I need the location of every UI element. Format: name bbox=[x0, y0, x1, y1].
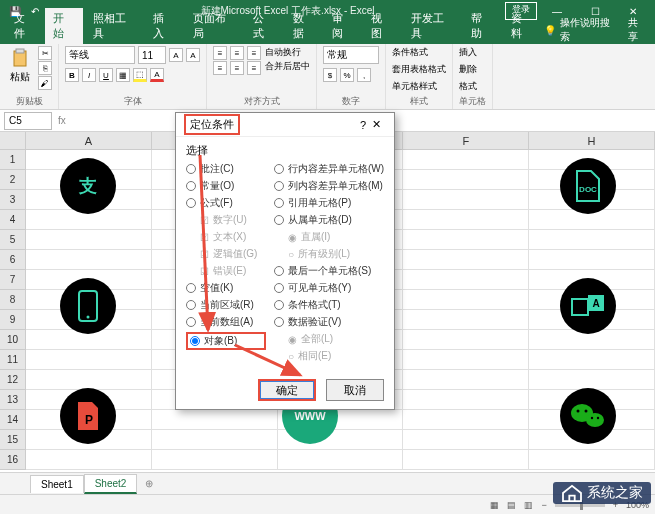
cancel-button[interactable]: 取消 bbox=[326, 379, 384, 401]
group-number: 常规 $ % , 数字 bbox=[317, 44, 386, 109]
opt-coldiff[interactable]: 列内容差异单元格(M) bbox=[274, 179, 384, 193]
grow-font-icon[interactable]: A bbox=[169, 48, 183, 62]
watermark: 系统之家 bbox=[553, 482, 651, 504]
tell-me[interactable]: 💡 操作说明搜索 bbox=[544, 16, 626, 44]
tab-file[interactable]: 文件 bbox=[6, 8, 43, 44]
percent-icon[interactable]: % bbox=[340, 68, 354, 82]
picture-ppt-icon[interactable]: P bbox=[60, 388, 116, 444]
goto-special-dialog: 定位条件 ? ✕ 选择 批注(C) 常量(O) 公式(F) ☑ 数字(U) ☑ … bbox=[175, 112, 395, 410]
col-H[interactable]: H bbox=[529, 132, 655, 149]
bold-button[interactable]: B bbox=[65, 68, 79, 82]
opt-precedents[interactable]: 引用单元格(P) bbox=[274, 196, 384, 210]
format-painter-icon[interactable]: 🖌 bbox=[38, 76, 52, 90]
opt-text: ☑ 文本(X) bbox=[186, 230, 266, 244]
view-normal-icon[interactable]: ▦ bbox=[490, 500, 499, 510]
align-bot-icon[interactable]: ≡ bbox=[247, 46, 261, 60]
ok-button[interactable]: 确定 bbox=[258, 379, 316, 401]
picture-phone-icon[interactable] bbox=[60, 278, 116, 334]
group-clipboard: 粘贴 ✂ ⎘ 🖌 剪贴板 bbox=[0, 44, 59, 109]
svg-point-13 bbox=[591, 417, 593, 419]
fx-icon[interactable]: fx bbox=[52, 115, 72, 126]
opt-alllevels: ○ 所有级别(L) bbox=[274, 247, 384, 261]
align-top-icon[interactable]: ≡ bbox=[213, 46, 227, 60]
group-font: 等线 11 A A B I U ▦ ⬚ A 字体 bbox=[59, 44, 207, 109]
opt-objects[interactable]: 对象(B) bbox=[190, 334, 237, 348]
opt-logical: ☑ 逻辑值(G) bbox=[186, 247, 266, 261]
border-button[interactable]: ▦ bbox=[116, 68, 130, 82]
insert-cells-button[interactable]: 插入 bbox=[459, 46, 477, 59]
picture-wechat-icon[interactable] bbox=[560, 388, 616, 444]
cell-style-button[interactable]: 单元格样式 bbox=[392, 80, 437, 93]
currency-icon[interactable]: $ bbox=[323, 68, 337, 82]
opt-blanks[interactable]: 空值(K) bbox=[186, 281, 266, 295]
sheet-tab-2[interactable]: Sheet2 bbox=[84, 474, 138, 494]
col-F[interactable]: F bbox=[403, 132, 529, 149]
comma-icon[interactable]: , bbox=[357, 68, 371, 82]
new-sheet-button[interactable]: ⊕ bbox=[137, 478, 161, 489]
svg-text:DOC: DOC bbox=[579, 185, 597, 194]
view-break-icon[interactable]: ▥ bbox=[524, 500, 533, 510]
opt-array[interactable]: 当前数组(A) bbox=[186, 315, 266, 329]
font-size-combo[interactable]: 11 bbox=[138, 46, 166, 64]
opt-rowdiff[interactable]: 行内容差异单元格(W) bbox=[274, 162, 384, 176]
share-button[interactable]: 共享 bbox=[628, 16, 655, 44]
dialog-close-button[interactable]: ✕ bbox=[366, 118, 386, 131]
row-headers: 12 34 56 78 910 1112 1314 1516 bbox=[0, 150, 26, 470]
group-align: ≡ ≡ ≡ ≡ ≡ ≡ 自动换行 合并后居中 对齐方式 bbox=[207, 44, 317, 109]
ribbon-tabs: 文件 开始 照相工具 插入 页面布局 公式 数据 审阅 视图 开发工具 帮助 资… bbox=[0, 22, 655, 44]
group-styles: 条件格式 套用表格格式 单元格样式 样式 bbox=[386, 44, 453, 109]
number-format-combo[interactable]: 常规 bbox=[323, 46, 379, 64]
col-A[interactable]: A bbox=[26, 132, 152, 149]
picture-alipay-icon[interactable]: 支 bbox=[60, 158, 116, 214]
underline-button[interactable]: U bbox=[99, 68, 113, 82]
group-cells: 插入 删除 格式 单元格 bbox=[453, 44, 493, 109]
bulb-icon: 💡 bbox=[544, 25, 556, 36]
select-all-corner[interactable] bbox=[0, 132, 26, 149]
align-left-icon[interactable]: ≡ bbox=[213, 61, 227, 75]
delete-cells-button[interactable]: 删除 bbox=[459, 63, 477, 76]
italic-button[interactable]: I bbox=[82, 68, 96, 82]
cond-format-button[interactable]: 条件格式 bbox=[392, 46, 428, 59]
opt-all: ◉ 全部(L) bbox=[274, 332, 384, 346]
merge-button[interactable]: 合并后居中 bbox=[265, 60, 310, 73]
cut-icon[interactable]: ✂ bbox=[38, 46, 52, 60]
sheet-tab-1[interactable]: Sheet1 bbox=[30, 475, 84, 493]
opt-dependents[interactable]: 从属单元格(D) bbox=[274, 213, 384, 227]
table-format-button[interactable]: 套用表格格式 bbox=[392, 63, 446, 76]
opt-constants[interactable]: 常量(O) bbox=[186, 179, 266, 193]
ribbon: 粘贴 ✂ ⎘ 🖌 剪贴板 等线 11 A A B I U ▦ ⬚ bbox=[0, 44, 655, 110]
font-name-combo[interactable]: 等线 bbox=[65, 46, 135, 64]
wrap-text-button[interactable]: 自动换行 bbox=[265, 46, 310, 59]
shrink-font-icon[interactable]: A bbox=[186, 48, 200, 62]
opt-same: ○ 相同(E) bbox=[274, 349, 384, 363]
align-right-icon[interactable]: ≡ bbox=[247, 61, 261, 75]
align-center-icon[interactable]: ≡ bbox=[230, 61, 244, 75]
zoom-out-button[interactable]: − bbox=[541, 500, 546, 510]
font-color-button[interactable]: A bbox=[150, 68, 164, 82]
opt-visible[interactable]: 可见单元格(Y) bbox=[274, 281, 384, 295]
tab-data2[interactable]: 资料 bbox=[503, 8, 540, 44]
align-mid-icon[interactable]: ≡ bbox=[230, 46, 244, 60]
svg-rect-5 bbox=[572, 299, 588, 315]
picture-doc-icon[interactable]: DOC bbox=[560, 158, 616, 214]
opt-validation[interactable]: 数据验证(V) bbox=[274, 315, 384, 329]
picture-translate-icon[interactable]: A bbox=[560, 278, 616, 334]
paste-button[interactable]: 粘贴 bbox=[6, 46, 34, 86]
svg-point-12 bbox=[585, 410, 588, 413]
opt-comments[interactable]: 批注(C) bbox=[186, 162, 266, 176]
svg-point-14 bbox=[597, 417, 599, 419]
window-title: 新建Microsoft Excel 工作表.xlsx - Excel bbox=[70, 4, 505, 18]
opt-direct: ◉ 直属(I) bbox=[274, 230, 384, 244]
svg-point-10 bbox=[586, 413, 604, 427]
opt-condfmt[interactable]: 条件格式(T) bbox=[274, 298, 384, 312]
format-cells-button[interactable]: 格式 bbox=[459, 80, 477, 93]
copy-icon[interactable]: ⎘ bbox=[38, 61, 52, 75]
svg-text:P: P bbox=[85, 413, 93, 427]
view-layout-icon[interactable]: ▤ bbox=[507, 500, 516, 510]
opt-region[interactable]: 当前区域(R) bbox=[186, 298, 266, 312]
name-box[interactable]: C5 bbox=[4, 112, 52, 130]
fill-color-button[interactable]: ⬚ bbox=[133, 68, 147, 82]
opt-formulas[interactable]: 公式(F) bbox=[186, 196, 266, 210]
svg-rect-1 bbox=[16, 49, 24, 53]
opt-last[interactable]: 最后一个单元格(S) bbox=[274, 264, 384, 278]
